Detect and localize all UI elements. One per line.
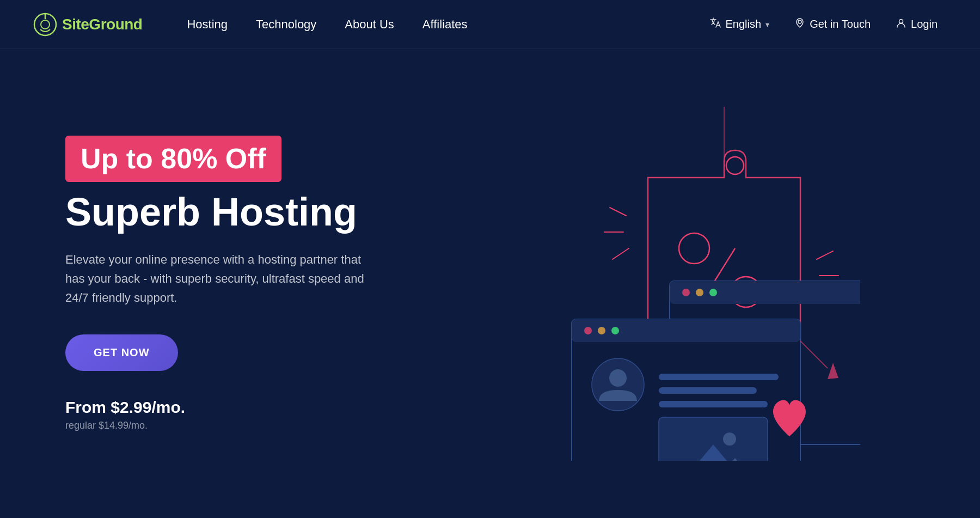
get-in-touch-button[interactable]: Get in Touch bbox=[785, 12, 880, 36]
svg-line-13 bbox=[817, 251, 833, 259]
location-icon bbox=[794, 17, 805, 31]
language-label: English bbox=[726, 18, 762, 31]
svg-rect-30 bbox=[659, 401, 768, 407]
svg-point-34 bbox=[723, 432, 736, 446]
get-in-touch-label: Get in Touch bbox=[810, 18, 871, 31]
hero-subtitle: Elevate your online presence with a host… bbox=[65, 250, 381, 308]
pricing-regular: regular $14.99/mo. bbox=[65, 420, 381, 431]
cta-button[interactable]: GET NOW bbox=[65, 334, 178, 371]
illustration-svg bbox=[479, 107, 860, 461]
pricing-info: From $2.99/mo. regular $14.99/mo. bbox=[65, 398, 381, 431]
nav-right: English ▾ Get in Touch Login bbox=[700, 11, 947, 38]
svg-point-24 bbox=[598, 327, 605, 334]
svg-point-23 bbox=[584, 327, 592, 334]
svg-point-20 bbox=[709, 289, 717, 296]
svg-line-12 bbox=[612, 248, 629, 259]
svg-rect-29 bbox=[659, 387, 757, 394]
logo-link[interactable]: SiteGround bbox=[33, 12, 142, 37]
nav-hosting[interactable]: Hosting bbox=[175, 12, 240, 37]
login-button[interactable]: Login bbox=[886, 12, 947, 36]
pricing-main: From $2.99/mo. bbox=[65, 398, 381, 417]
logo-icon bbox=[33, 12, 58, 37]
nav-links: Hosting Technology About Us Affiliates bbox=[175, 12, 699, 37]
user-icon bbox=[896, 17, 906, 31]
svg-marker-36 bbox=[828, 363, 838, 379]
language-icon bbox=[709, 17, 721, 32]
svg-line-10 bbox=[610, 208, 626, 216]
navbar: SiteGround Hosting Technology About Us A… bbox=[0, 0, 980, 49]
logo-text: SiteGround bbox=[62, 16, 142, 33]
nav-technology[interactable]: Technology bbox=[244, 12, 328, 37]
svg-line-35 bbox=[800, 341, 828, 368]
hero-illustration bbox=[403, 93, 936, 474]
svg-point-25 bbox=[611, 327, 619, 334]
chevron-down-icon: ▾ bbox=[765, 20, 769, 29]
hero-title: Superb Hosting bbox=[65, 191, 381, 234]
login-label: Login bbox=[911, 18, 938, 31]
nav-about-us[interactable]: About Us bbox=[333, 12, 406, 37]
language-selector[interactable]: English ▾ bbox=[700, 11, 780, 38]
svg-point-1 bbox=[41, 20, 50, 29]
hero-content: Up to 80% Off Superb Hosting Elevate you… bbox=[65, 136, 381, 432]
svg-point-19 bbox=[696, 289, 703, 296]
svg-point-3 bbox=[798, 20, 801, 23]
svg-point-4 bbox=[899, 20, 903, 23]
svg-point-7 bbox=[679, 233, 709, 264]
svg-rect-28 bbox=[659, 374, 779, 380]
svg-point-6 bbox=[726, 157, 744, 174]
svg-point-27 bbox=[609, 369, 627, 387]
svg-rect-22 bbox=[572, 319, 800, 342]
discount-badge: Up to 80% Off bbox=[65, 136, 281, 182]
hero-section: Up to 80% Off Superb Hosting Elevate you… bbox=[0, 49, 980, 518]
svg-point-18 bbox=[682, 289, 690, 296]
nav-affiliates[interactable]: Affiliates bbox=[411, 12, 480, 37]
